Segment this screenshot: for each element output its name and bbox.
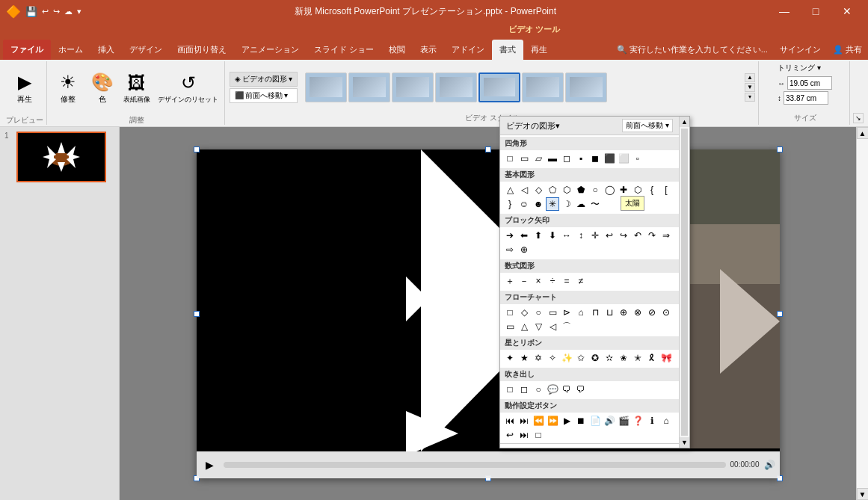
share-btn[interactable]: 👤 共有: [827, 40, 868, 60]
eq-div[interactable]: ÷: [546, 274, 559, 288]
trimming-btn[interactable]: トリミング ▾: [778, 63, 821, 73]
flow-13[interactable]: ▭: [503, 320, 517, 333]
callout-3[interactable]: ○: [532, 383, 545, 396]
eq-plus[interactable]: ＋: [503, 274, 517, 288]
dropdown-resize[interactable]: [500, 443, 679, 448]
ribbon-2[interactable]: 🎀: [659, 351, 673, 365]
star-10[interactable]: ✩: [574, 351, 588, 365]
front-move-btn[interactable]: 前面へ移動 ▾: [622, 119, 673, 132]
preview-btn[interactable]: ▶ 再生: [8, 63, 41, 114]
tab-slideshow[interactable]: スライド ショー: [307, 40, 381, 60]
basic-face2[interactable]: ☻: [532, 197, 545, 211]
tab-format[interactable]: 書式: [492, 40, 523, 60]
dropdown-scroll-up[interactable]: ▲: [680, 117, 689, 127]
style-thumb-2[interactable]: [348, 72, 390, 102]
arrow-left[interactable]: ⬅: [517, 229, 531, 242]
seek-bar[interactable]: [224, 462, 726, 468]
dropdown-scroll-down[interactable]: ▼: [680, 437, 689, 448]
shape-rect-2[interactable]: ▭: [517, 152, 531, 165]
tab-addin[interactable]: アドイン: [444, 40, 492, 60]
star-12[interactable]: ✪: [588, 351, 602, 365]
flow-3[interactable]: ○: [532, 306, 545, 319]
ribbon-1[interactable]: 🎗: [645, 351, 659, 365]
basic-hexagon[interactable]: ⬡: [560, 183, 573, 197]
maximize-btn[interactable]: □: [801, 0, 831, 22]
flow-5[interactable]: ⊳: [560, 306, 573, 319]
shape-rect-8[interactable]: ⬛: [603, 152, 616, 165]
flow-14[interactable]: △: [517, 320, 531, 333]
basic-bracket[interactable]: [: [659, 183, 673, 197]
basic-face[interactable]: ☺: [517, 197, 531, 211]
style-thumb-7[interactable]: [565, 72, 607, 102]
tab-file[interactable]: ファイル: [3, 40, 51, 60]
eq-times[interactable]: ×: [532, 274, 545, 288]
dropdown-header[interactable]: ビデオの図形 ▾ 前面へ移動 ▾: [500, 117, 679, 135]
front-btn[interactable]: ⬛ 前面へ移動 ▾: [230, 88, 298, 103]
close-btn[interactable]: ✕: [832, 0, 862, 22]
style-thumb-1[interactable]: [305, 72, 347, 102]
tab-animation[interactable]: アニメーション: [234, 40, 307, 60]
basic-oval[interactable]: ◯: [603, 183, 616, 197]
arrow-right[interactable]: ➔: [503, 229, 517, 242]
quick-save[interactable]: 💾: [25, 6, 37, 17]
basic-octagon[interactable]: ⬟: [574, 183, 588, 197]
arrow-notched[interactable]: ⇨: [503, 243, 517, 256]
reset-design-btn[interactable]: ↺ デザインのリセット: [155, 63, 221, 114]
flow-12[interactable]: ⊙: [659, 306, 673, 319]
scroll-down-btn[interactable]: ▼: [745, 83, 755, 92]
tab-view[interactable]: 表示: [413, 40, 444, 60]
basic-pentagon[interactable]: ⬠: [546, 183, 559, 197]
handle-tl[interactable]: [194, 146, 200, 152]
handle-ml[interactable]: [194, 311, 200, 317]
eq-eq[interactable]: =: [560, 274, 573, 288]
scroll-track[interactable]: [857, 139, 868, 488]
basic-rtriangle[interactable]: ◁: [517, 183, 531, 197]
callout-4[interactable]: 💬: [546, 383, 559, 396]
action-return[interactable]: ↩: [503, 428, 517, 442]
video-shape-btn[interactable]: ◈ ビデオの図形 ▾: [230, 72, 298, 87]
action-next[interactable]: ⏩: [546, 414, 559, 428]
basic-sun[interactable]: ✳ 太陽: [546, 197, 559, 211]
style-thumb-6[interactable]: [522, 72, 564, 102]
flow-2[interactable]: ◇: [517, 306, 531, 319]
action-sound[interactable]: 🔊: [603, 414, 616, 428]
tab-design[interactable]: デザイン: [122, 40, 170, 60]
basic-brace2[interactable]: }: [503, 197, 517, 211]
arrow-down[interactable]: ⬇: [546, 229, 559, 242]
action-doc[interactable]: 📄: [588, 414, 602, 428]
eq-neq[interactable]: ≠: [574, 274, 588, 288]
basic-cloud[interactable]: ☁: [574, 197, 588, 211]
basic-circle[interactable]: ○: [588, 183, 602, 197]
action-back[interactable]: ⏮: [503, 414, 517, 428]
width-spinner[interactable]: 19.05 cm: [787, 76, 832, 90]
tab-transition[interactable]: 画面切り替え: [170, 40, 234, 60]
flow-7[interactable]: ⊓: [588, 306, 602, 319]
arrow-strip[interactable]: ⇒: [659, 229, 673, 242]
basic-moon[interactable]: ☽: [560, 197, 573, 211]
style-thumb-3[interactable]: [392, 72, 434, 102]
basic-wave[interactable]: 〜: [588, 197, 602, 211]
basic-triangle[interactable]: △: [503, 183, 517, 197]
flow-4[interactable]: ▭: [546, 306, 559, 319]
arrow-4[interactable]: ✛: [588, 229, 602, 242]
callout-6[interactable]: 🗩: [574, 383, 588, 396]
arrow-up[interactable]: ⬆: [532, 229, 545, 242]
callout-1[interactable]: □: [503, 383, 517, 396]
action-prev[interactable]: ⏪: [532, 414, 545, 428]
height-spinner[interactable]: 33.87 cm: [784, 91, 828, 105]
arrow-bend[interactable]: ↩: [603, 229, 616, 242]
flow-6[interactable]: ⌂: [574, 306, 588, 319]
arrow-bend2[interactable]: ↪: [617, 229, 630, 242]
scroll-down-arrow[interactable]: ▼: [857, 488, 869, 500]
arrow-ud[interactable]: ↕: [574, 229, 588, 242]
volume-btn[interactable]: 🔊: [764, 460, 775, 470]
shape-rect-5[interactable]: ◻: [560, 152, 573, 165]
shape-rect-3[interactable]: ▱: [532, 152, 545, 165]
shape-rect-10[interactable]: ▫: [631, 152, 644, 165]
shape-rect-9[interactable]: ⬜: [617, 152, 630, 165]
poster-btn[interactable]: 🖼 表紙画像: [120, 63, 153, 114]
tab-review[interactable]: 校閲: [381, 40, 413, 60]
dropdown-scroll-thumb[interactable]: [681, 129, 688, 436]
callout-2[interactable]: ◻: [517, 383, 531, 396]
star-8[interactable]: ✨: [560, 351, 573, 365]
